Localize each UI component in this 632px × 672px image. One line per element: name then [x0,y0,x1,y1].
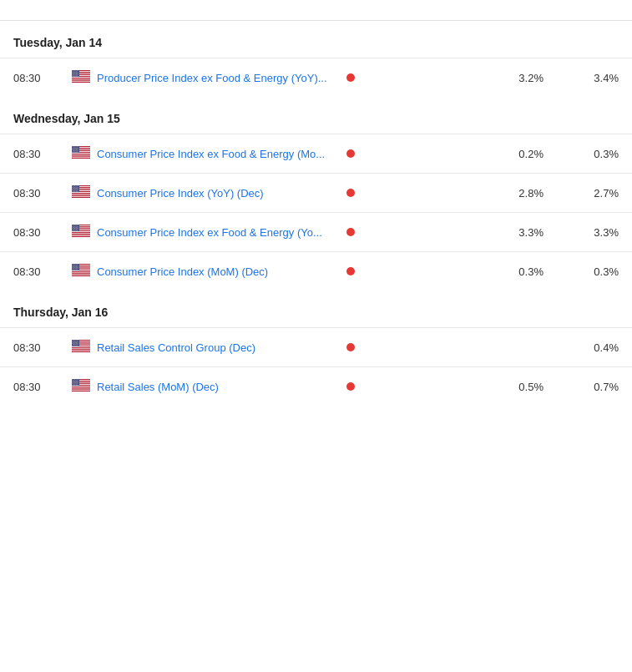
svg-point-299 [73,268,74,269]
event-time: 08:30 [13,381,72,393]
svg-point-222 [78,226,79,227]
svg-point-311 [75,270,76,270]
svg-point-87 [76,147,77,148]
svg-point-79 [73,146,74,147]
svg-point-365 [76,344,77,345]
svg-point-111 [72,151,73,152]
event-previous: 0.4% [544,341,619,354]
svg-point-38 [74,73,75,74]
svg-rect-72 [72,154,90,154]
svg-point-224 [73,227,74,228]
svg-point-287 [73,266,73,267]
event-consensus: 3.2% [460,72,544,84]
event-time: 08:30 [13,187,72,200]
svg-point-285 [77,265,78,266]
svg-rect-265 [72,272,90,273]
svg-point-230 [74,228,75,229]
event-consensus: 3.3% [460,226,544,239]
svg-point-91 [74,148,75,149]
svg-point-94 [78,148,79,149]
svg-point-235 [73,229,74,230]
svg-rect-329 [72,348,90,349]
svg-rect-137 [72,194,90,195]
svg-point-422 [74,382,75,383]
svg-point-189 [76,191,77,192]
event-link[interactable]: Consumer Price Index ex Food & Energy (Y… [97,226,322,239]
svg-rect-138 [72,195,90,196]
svg-point-161 [75,188,76,189]
svg-point-152 [78,186,78,187]
svg-point-89 [72,148,73,149]
svg-point-440 [76,385,77,386]
svg-point-315 [73,270,74,270]
svg-point-280 [78,265,78,265]
svg-point-18 [77,70,78,71]
svg-point-284 [76,265,77,266]
svg-point-26 [73,72,74,73]
svg-point-120 [76,152,77,153]
svg-rect-267 [72,275,90,275]
svg-rect-200 [72,232,90,233]
economic-calendar: Tuesday, Jan 1408:30 Producer Price Inde… [0,0,632,406]
svg-point-308 [78,269,79,270]
svg-rect-263 [72,270,90,271]
svg-point-114 [76,151,77,152]
svg-rect-201 [72,233,90,234]
event-name-cell: Retail Sales (MoM) (Dec) [72,379,343,394]
svg-point-427 [73,383,74,384]
svg-point-33 [75,73,76,73]
svg-point-446 [77,385,78,386]
svg-point-29 [77,72,78,73]
svg-point-225 [75,227,76,228]
event-vol [343,341,393,354]
section-date-1: Wednesday, Jan 15 [0,97,632,134]
event-link[interactable]: Retail Sales Control Group (Dec) [97,341,255,354]
svg-point-46 [78,74,78,75]
svg-point-294 [74,267,75,268]
table-row: 08:30 Consumer Price Index ex Food & Ene… [0,212,632,251]
event-link[interactable]: Consumer Price Index (YoY) (Dec) [97,187,264,200]
svg-point-445 [76,385,77,386]
svg-point-377 [78,346,78,346]
svg-point-359 [76,343,77,344]
svg-point-305 [74,269,75,270]
svg-point-232 [77,228,78,229]
event-link[interactable]: Consumer Price Index ex Food & Energy (M… [97,148,325,160]
svg-point-274 [77,264,78,265]
svg-point-119 [75,152,76,153]
svg-point-403 [78,379,79,380]
svg-point-149 [73,186,74,187]
event-link[interactable]: Retail Sales (MoM) (Dec) [97,381,219,393]
svg-point-155 [74,187,75,188]
svg-point-19 [78,70,79,71]
svg-point-399 [73,379,74,380]
svg-point-227 [78,227,78,228]
svg-point-183 [75,191,76,192]
svg-point-241 [74,230,75,230]
svg-point-121 [78,152,78,153]
svg-point-158 [78,187,79,188]
svg-point-60 [74,76,75,77]
event-link[interactable]: Consumer Price Index (MoM) (Dec) [97,265,268,278]
svg-point-174 [78,189,78,190]
svg-rect-135 [72,192,90,193]
svg-point-376 [76,346,77,346]
svg-point-342 [75,341,76,341]
event-link[interactable]: Producer Price Index ex Food & Energy (Y… [97,72,327,84]
svg-point-231 [76,228,77,229]
svg-rect-202 [72,235,90,235]
svg-point-176 [73,190,74,191]
event-previous: 0.7% [544,381,619,393]
svg-point-302 [78,268,78,269]
svg-point-49 [74,75,75,76]
svg-point-59 [73,76,74,77]
svg-point-80 [74,146,75,147]
svg-point-419 [78,381,78,382]
svg-point-208 [74,225,75,225]
svg-rect-268 [72,275,90,276]
svg-point-32 [73,73,74,73]
svg-point-146 [77,185,78,186]
svg-point-288 [73,266,74,267]
svg-point-81 [76,146,77,147]
svg-point-352 [73,342,74,343]
